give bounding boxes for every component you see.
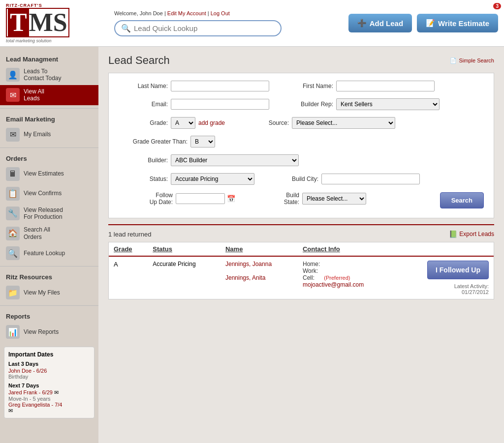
latest-activity: Latest Activity: 01/27/2012 [400, 283, 489, 295]
write-estimate-icon: 📝 [426, 19, 435, 28]
search-orders-icon: 🏠 [6, 227, 20, 240]
simple-search-anchor[interactable]: Simple Search [459, 58, 494, 63]
my-files-label: View My Files [24, 289, 60, 296]
view-estimates-label: View Estimates [24, 170, 64, 177]
sidebar-item-view-reports[interactable]: 📊 View Reports [0, 322, 98, 342]
add-lead-button[interactable]: ➕ Add Lead [348, 14, 412, 32]
important-date-sub-1: Birthday [8, 374, 90, 380]
build-state-label: BuildState: [250, 192, 299, 206]
view-reports-label: View Reports [24, 328, 59, 335]
important-dates-box: Important Dates Last 3 Days John Doe - 6… [4, 347, 94, 418]
search-area: Welcome, John Doe | Edit My Account | Lo… [104, 10, 348, 36]
sidebar-item-view-estimates[interactable]: 🖩 View Estimates [0, 164, 98, 184]
logo-border: TMS [6, 8, 69, 37]
important-date-link-1[interactable]: John Doe - 6/26 [8, 368, 47, 374]
col-status[interactable]: Status [148, 242, 220, 256]
leads-contact-label: Leads ToContact Today [24, 68, 62, 82]
email-icon-3: ✉ [8, 408, 13, 413]
results-divider [108, 224, 494, 225]
sidebar-item-my-emails[interactable]: ✉ My Emails [0, 125, 98, 145]
last-name-input[interactable] [171, 81, 269, 91]
last-3-days-label: Last 3 Days [8, 361, 90, 367]
view-released-label: View ReleasedFor Production [24, 207, 63, 221]
source-select[interactable]: Please Select... Internet [292, 117, 395, 129]
builder-select[interactable]: ABC Builder [171, 154, 299, 166]
grade-cell: A [109, 256, 148, 299]
email-row: Email: [119, 98, 269, 110]
follow-up-input[interactable] [176, 193, 225, 204]
welcome-text: Welcome, John Doe | [114, 10, 166, 16]
lead-name-1-link[interactable]: Jennings, Joanna [225, 261, 293, 267]
content-area: Lead Search 📄 Simple Search Last Name: F… [98, 47, 504, 443]
sidebar-section-lead-mgmt: Lead Managment [0, 52, 98, 65]
important-dates-title: Important Dates [8, 351, 90, 358]
simple-search-link: 📄 Simple Search [450, 58, 494, 64]
page-title: Lead Search [108, 54, 170, 67]
followed-up-button[interactable]: I Followed Up [427, 261, 489, 279]
search-button[interactable]: Search [440, 192, 484, 208]
view-reports-icon: 📊 [6, 325, 20, 339]
divider-1 [0, 108, 98, 109]
work-row: Work: [303, 267, 390, 274]
builder-rep-label: Builder Rep: [284, 101, 333, 108]
table-row: A Accurate Pricing Jennings, Joanna Jenn… [109, 256, 494, 299]
col-contact: Contact Info [298, 242, 395, 256]
grade-row: Grade: A B C add grade [119, 117, 225, 129]
col-grade[interactable]: Grade [109, 242, 148, 256]
export-leads-link[interactable]: 📗 Export Leads [449, 230, 494, 238]
sidebar-item-my-files[interactable]: 📁 View My Files [0, 283, 98, 302]
next-7-days-label: Next 7 Days [8, 383, 90, 388]
follow-up-row: FollowUp Date: 📅 [119, 192, 235, 206]
builder-rep-select[interactable]: Kent Sellers [336, 98, 440, 110]
grade-gt-label: Grade Greater Than: [119, 138, 188, 145]
email-row: mojoactive@gmail.com [303, 281, 390, 288]
sidebar-item-view-all-leads[interactable]: ✉ View AllLeads [0, 85, 98, 105]
cell-row: Cell: (Preferred) [303, 274, 390, 281]
email-input[interactable] [171, 99, 269, 110]
email-link[interactable]: mojoactive@gmail.com [303, 281, 364, 288]
search-orders-label: Search AllOrders [24, 226, 50, 240]
add-grade-link[interactable]: add grade [198, 119, 225, 126]
status-label: Status: [119, 176, 168, 182]
calendar-icon[interactable]: 📅 [227, 195, 235, 203]
col-action [395, 242, 494, 256]
sidebar-item-view-released[interactable]: 🔧 View ReleasedFor Production [0, 204, 98, 224]
cell-label: Cell: [303, 274, 322, 281]
latest-activity-label: Latest Activity: [454, 283, 489, 289]
important-date-link-3[interactable]: Greg Evangelista - 7/4 [8, 402, 62, 408]
grade-select[interactable]: A B C [171, 117, 195, 129]
build-city-label: Build City: [269, 176, 318, 182]
divider-2 [0, 148, 98, 148]
divider-3 [0, 266, 98, 266]
edit-account-link[interactable]: Edit My Account [167, 10, 206, 16]
grade-gt-row: Grade Greater Than: B [119, 136, 215, 148]
first-name-row: First Name: [284, 81, 435, 91]
logout-link[interactable]: Log Out [211, 10, 230, 16]
view-confirms-label: View Confirms [24, 190, 62, 197]
search-box[interactable]: 🔍 [114, 20, 282, 36]
important-date-link-2[interactable]: Jared Frank - 6/29 [8, 389, 53, 395]
first-name-input[interactable] [336, 81, 435, 91]
my-files-icon: 📁 [6, 286, 20, 299]
build-city-input[interactable] [321, 174, 420, 184]
col-name[interactable]: Name [220, 242, 298, 256]
view-all-leads-label: View AllLeads [24, 88, 44, 102]
email-icon-2: ✉ [54, 389, 59, 395]
build-state-select[interactable]: Please Select... [302, 193, 366, 205]
sidebar-item-view-confirms[interactable]: 📋 View Confirms [0, 184, 98, 204]
status-select[interactable]: Accurate Pricing [171, 173, 254, 185]
sidebar-item-search-orders[interactable]: 🏠 Search AllOrders [0, 223, 98, 243]
first-name-label: First Name: [284, 83, 333, 89]
grade-gt-select[interactable]: B [190, 136, 215, 148]
logo: RITZ-CRAFT'S TMS total marketing solutio… [6, 3, 69, 43]
contact-info-cell: Home: Work: Cell: (Preferred) mojoactive… [298, 256, 395, 299]
view-estimates-icon: 🖩 [6, 167, 20, 181]
status-row: Status: Accurate Pricing [119, 173, 254, 185]
write-estimate-button[interactable]: 📝 Write Estimate [417, 14, 498, 32]
add-lead-label: Add Lead [370, 19, 403, 28]
lead-name-2-link[interactable]: Jennings, Anita [225, 274, 293, 281]
sidebar-item-feature-lookup[interactable]: 🔍 Feature Lookup [0, 243, 98, 263]
sidebar-item-leads-contact[interactable]: 👤 Leads ToContact Today [0, 65, 98, 85]
search-input[interactable] [134, 24, 272, 32]
logo-t: T [8, 8, 29, 36]
